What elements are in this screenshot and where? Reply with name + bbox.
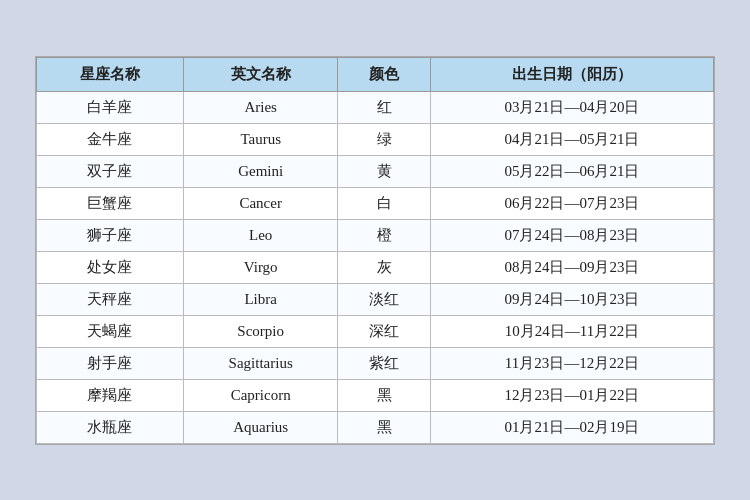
header-dates: 出生日期（阳历） [430, 57, 713, 91]
cell-dates: 09月24日—10月23日 [430, 283, 713, 315]
table-row: 巨蟹座Cancer白06月22日—07月23日 [37, 187, 714, 219]
table-row: 射手座Sagittarius紫红11月23日—12月22日 [37, 347, 714, 379]
cell-color: 黑 [338, 379, 431, 411]
table-row: 水瓶座Aquarius黑01月21日—02月19日 [37, 411, 714, 443]
cell-chinese-name: 摩羯座 [37, 379, 184, 411]
cell-chinese-name: 处女座 [37, 251, 184, 283]
cell-english-name: Aries [183, 91, 338, 123]
cell-dates: 10月24日—11月22日 [430, 315, 713, 347]
cell-color: 淡红 [338, 283, 431, 315]
cell-english-name: Virgo [183, 251, 338, 283]
cell-color: 白 [338, 187, 431, 219]
table-row: 双子座Gemini黄05月22日—06月21日 [37, 155, 714, 187]
cell-dates: 06月22日—07月23日 [430, 187, 713, 219]
table-header-row: 星座名称 英文名称 颜色 出生日期（阳历） [37, 57, 714, 91]
cell-chinese-name: 水瓶座 [37, 411, 184, 443]
table-row: 金牛座Taurus绿04月21日—05月21日 [37, 123, 714, 155]
cell-color: 红 [338, 91, 431, 123]
cell-chinese-name: 狮子座 [37, 219, 184, 251]
table-row: 摩羯座Capricorn黑12月23日—01月22日 [37, 379, 714, 411]
cell-chinese-name: 射手座 [37, 347, 184, 379]
cell-color: 黑 [338, 411, 431, 443]
cell-chinese-name: 金牛座 [37, 123, 184, 155]
cell-chinese-name: 天蝎座 [37, 315, 184, 347]
table-row: 白羊座Aries红03月21日—04月20日 [37, 91, 714, 123]
header-chinese-name: 星座名称 [37, 57, 184, 91]
cell-english-name: Capricorn [183, 379, 338, 411]
zodiac-table-container: 星座名称 英文名称 颜色 出生日期（阳历） 白羊座Aries红03月21日—04… [35, 56, 715, 445]
cell-color: 绿 [338, 123, 431, 155]
cell-color: 橙 [338, 219, 431, 251]
table-row: 天秤座Libra淡红09月24日—10月23日 [37, 283, 714, 315]
cell-dates: 12月23日—01月22日 [430, 379, 713, 411]
cell-dates: 11月23日—12月22日 [430, 347, 713, 379]
cell-color: 紫红 [338, 347, 431, 379]
cell-dates: 07月24日—08月23日 [430, 219, 713, 251]
cell-dates: 01月21日—02月19日 [430, 411, 713, 443]
table-row: 狮子座Leo橙07月24日—08月23日 [37, 219, 714, 251]
cell-english-name: Sagittarius [183, 347, 338, 379]
cell-dates: 04月21日—05月21日 [430, 123, 713, 155]
cell-chinese-name: 天秤座 [37, 283, 184, 315]
cell-english-name: Gemini [183, 155, 338, 187]
cell-english-name: Aquarius [183, 411, 338, 443]
header-color: 颜色 [338, 57, 431, 91]
cell-english-name: Leo [183, 219, 338, 251]
table-row: 处女座Virgo灰08月24日—09月23日 [37, 251, 714, 283]
cell-chinese-name: 白羊座 [37, 91, 184, 123]
table-row: 天蝎座Scorpio深红10月24日—11月22日 [37, 315, 714, 347]
cell-english-name: Scorpio [183, 315, 338, 347]
cell-english-name: Libra [183, 283, 338, 315]
cell-english-name: Taurus [183, 123, 338, 155]
cell-dates: 03月21日—04月20日 [430, 91, 713, 123]
cell-english-name: Cancer [183, 187, 338, 219]
table-body: 白羊座Aries红03月21日—04月20日金牛座Taurus绿04月21日—0… [37, 91, 714, 443]
cell-chinese-name: 巨蟹座 [37, 187, 184, 219]
cell-dates: 05月22日—06月21日 [430, 155, 713, 187]
cell-color: 黄 [338, 155, 431, 187]
zodiac-table: 星座名称 英文名称 颜色 出生日期（阳历） 白羊座Aries红03月21日—04… [36, 57, 714, 444]
header-english-name: 英文名称 [183, 57, 338, 91]
cell-dates: 08月24日—09月23日 [430, 251, 713, 283]
cell-color: 深红 [338, 315, 431, 347]
cell-color: 灰 [338, 251, 431, 283]
cell-chinese-name: 双子座 [37, 155, 184, 187]
